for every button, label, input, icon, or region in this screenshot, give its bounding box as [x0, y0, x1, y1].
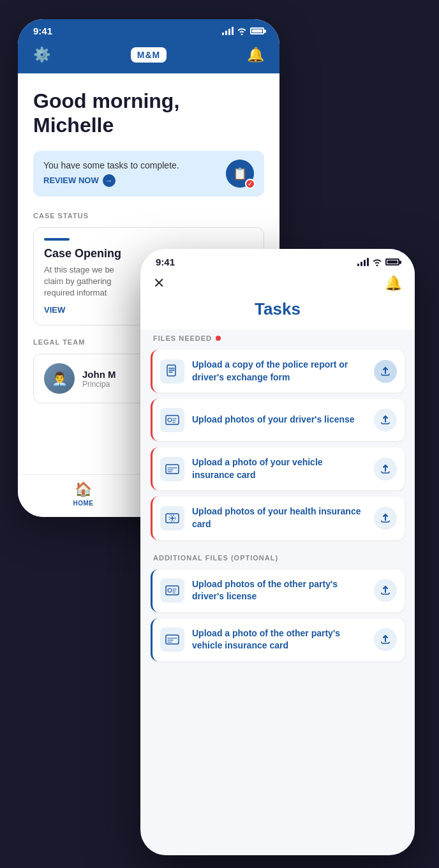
tasks-banner-text: You have some tasks to complete.	[43, 160, 179, 170]
task-doc-icon-5	[160, 578, 184, 602]
close-button[interactable]: ✕	[153, 275, 165, 292]
front-signal-icon	[357, 258, 369, 266]
upload-btn-1[interactable]	[374, 360, 397, 383]
upload-btn-5[interactable]	[374, 579, 397, 602]
red-dot-indicator	[216, 336, 221, 341]
front-battery-icon	[385, 258, 399, 266]
task-text-5: Upload photos of the other party's drive…	[192, 578, 366, 603]
task-doc-icon-6	[160, 627, 184, 652]
wifi-icon	[237, 27, 247, 35]
task-badge: ✓	[245, 179, 255, 189]
upload-btn-6[interactable]	[374, 628, 397, 651]
task-item-other-drivers-license[interactable]: Upload photos of the other party's drive…	[151, 569, 405, 612]
upload-btn-3[interactable]	[374, 458, 397, 481]
task-text-1: Upload a copy of the police report or dr…	[192, 359, 366, 384]
review-now-link[interactable]: REVIEW NOW →	[43, 174, 179, 187]
battery-icon	[250, 27, 264, 34]
home-icon: 🏠	[75, 481, 92, 498]
tasks-banner[interactable]: You have some tasks to complete. REVIEW …	[33, 151, 264, 197]
front-status-icons	[357, 258, 399, 266]
settings-icon[interactable]: ⚙️	[33, 47, 50, 63]
svg-point-2	[168, 418, 172, 422]
svg-rect-8	[166, 635, 179, 644]
task-doc-icon-1	[160, 359, 184, 384]
task-doc-icon-3	[160, 457, 184, 481]
task-text-2: Upload photos of your driver's license	[192, 414, 366, 426]
task-item-police-report[interactable]: Upload a copy of the police report or dr…	[151, 350, 405, 393]
task-item-drivers-license[interactable]: Upload photos of your driver's license	[151, 399, 405, 441]
back-time: 9:41	[33, 26, 52, 36]
task-item-other-vehicle-insurance[interactable]: Upload a photo of the other party's vehi…	[151, 618, 405, 661]
avatar-image: 👨‍💼	[44, 363, 75, 394]
front-top-nav: ✕ 🔔	[140, 273, 415, 299]
task-doc-icon-2	[160, 408, 184, 432]
task-doc-icon-4	[160, 506, 184, 530]
task-doc-icon: 📋 ✓	[226, 160, 254, 188]
home-label: HOME	[73, 500, 94, 507]
files-needed-label: FILES NEEDED	[151, 329, 405, 350]
review-arrow-icon: →	[103, 174, 115, 187]
notification-icon[interactable]: 🔔	[247, 47, 264, 63]
tasks-page-title: Tasks	[140, 299, 415, 329]
svg-point-7	[168, 588, 172, 592]
front-bell-icon[interactable]: 🔔	[385, 275, 402, 292]
optional-files-label: ADDITIONAL FILES (OPTIONAL)	[151, 546, 405, 569]
case-tab-indicator	[44, 238, 70, 241]
tasks-scroll-area[interactable]: FILES NEEDED Upload a copy of the police…	[140, 329, 415, 853]
task-text-4: Upload photos of your health insurance c…	[192, 505, 366, 530]
back-status-bar: 9:41	[18, 19, 279, 41]
front-time: 9:41	[156, 257, 175, 267]
front-status-bar: 9:41	[140, 249, 415, 273]
legal-name: John M	[82, 369, 116, 380]
front-wifi-icon	[372, 258, 382, 266]
legal-role: Principa	[82, 380, 116, 389]
back-status-icons	[222, 27, 264, 35]
upload-btn-2[interactable]	[374, 408, 397, 431]
logo: M&M	[131, 47, 167, 63]
case-status-label: CASE STATUS	[33, 212, 264, 220]
front-phone: 9:41 ✕ 🔔 Tasks FILES NEEDED	[140, 249, 415, 855]
signal-icon	[222, 27, 234, 35]
tasks-banner-content: You have some tasks to complete. REVIEW …	[43, 160, 179, 187]
legal-info: John M Principa	[82, 369, 116, 389]
nav-home[interactable]: 🏠 HOME	[18, 481, 149, 507]
task-item-health-insurance[interactable]: Upload photos of your health insurance c…	[151, 497, 405, 539]
svg-rect-3	[166, 465, 179, 474]
task-text-3: Upload a photo of your vehicle insurance…	[192, 456, 366, 481]
task-item-vehicle-insurance[interactable]: Upload a photo of your vehicle insurance…	[151, 447, 405, 490]
task-text-6: Upload a photo of the other party's vehi…	[192, 627, 366, 652]
avatar: 👨‍💼	[44, 363, 75, 394]
greeting-text: Good morning,Michelle	[33, 89, 264, 138]
back-header: ⚙️ M&M 🔔	[18, 41, 279, 73]
upload-btn-4[interactable]	[374, 507, 397, 530]
